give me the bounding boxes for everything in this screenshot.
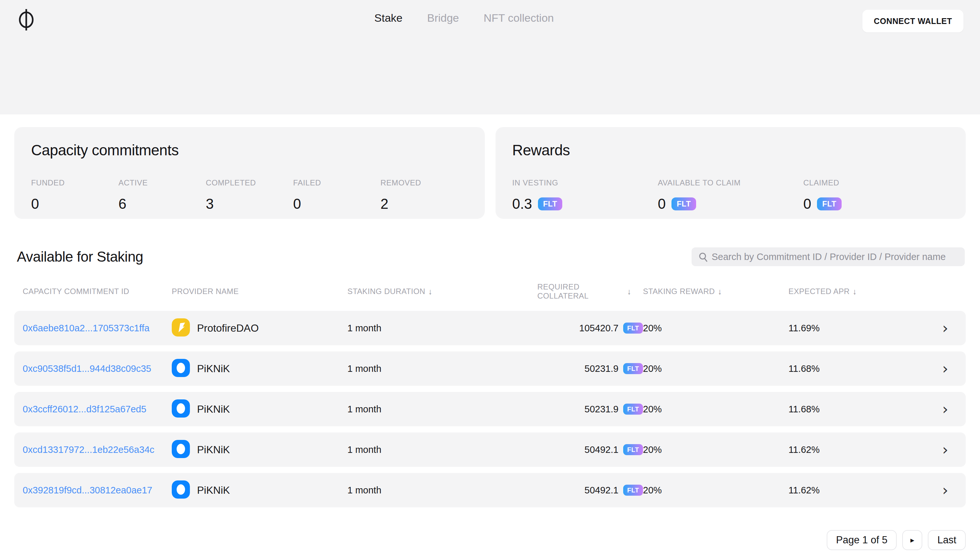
col-header-required-collateral[interactable]: REQUIRED COLLATERAL ↓ [537,282,643,300]
sort-desc-icon[interactable]: ↓ [853,287,857,296]
required-collateral-cell: 50231.9 FLT [537,363,643,374]
row-chevron-right-icon[interactable]: › [942,442,966,457]
stat-value: 0 [31,196,118,212]
nav-tab-bridge[interactable]: Bridge [427,12,459,24]
stat-number: 0 [803,196,811,212]
last-page-button[interactable]: Last [928,530,966,550]
collateral-value: 50492.1 [584,444,619,455]
provider-name: PiKNiK [197,484,230,496]
stat-value: 0 [293,196,381,212]
stat-value: 3 [206,196,293,212]
stat-value: 2 [381,196,468,212]
required-collateral-cell: 50231.9 FLT [537,404,643,415]
sort-desc-icon[interactable]: ↓ [718,287,722,296]
staking-reward-value: 20% [643,323,788,334]
commitment-id-link[interactable]: 0xc90538f5d1...944d38c09c35 [23,363,172,374]
rewards-card: Rewards IN VESTING 0.3 FLT AVAILABLE TO … [495,127,966,219]
commitment-id-link[interactable]: 0x392819f9cd...30812ea0ae17 [23,485,172,496]
provider-avatar [172,440,190,459]
search-icon [698,252,708,263]
row-chevron-right-icon[interactable]: › [942,402,966,417]
fluence-logo-icon[interactable] [18,8,34,32]
available-for-staking-title: Available for Staking [17,249,143,265]
provider-cell: PiKNiK [172,440,347,459]
table-row[interactable]: 0x3ccff26012...d3f125a67ed5 PiKNiK 1 mon… [14,392,966,426]
commitment-id-link[interactable]: 0xcd13317972...1eb22e56a34c [23,444,172,455]
stat-in-vesting: IN VESTING 0.3 FLT [512,178,658,212]
provider-avatar [172,480,190,500]
collateral-value: 50231.9 [584,404,619,415]
stat-value: 6 [118,196,206,212]
table-row[interactable]: 0xc90538f5d1...944d38c09c35 PiKNiK 1 mon… [14,351,966,386]
provider-avatar [172,399,190,419]
provider-avatar [172,359,190,378]
required-collateral-cell: 50492.1 FLT [537,444,643,455]
expected-apr-value: 11.68% [788,404,934,415]
staking-duration-value: 1 month [347,444,537,455]
stat-claimed: CLAIMED 0 FLT [803,178,949,212]
provider-cell: PiKNiK [172,399,347,419]
col-header-staking-duration[interactable]: STAKING DURATION ↓ [347,287,537,296]
flt-token-badge: FLT [623,322,643,334]
flt-token-badge: FLT [671,197,696,210]
col-header-label: EXPECTED APR [788,287,850,296]
row-chevron-right-icon[interactable]: › [942,321,966,335]
staking-reward-value: 20% [643,404,788,415]
stat-available-to-claim: AVAILABLE TO CLAIM 0 FLT [658,178,803,212]
table-header-row: CAPACITY COMMITMENT ID PROVIDER NAME STA… [14,282,966,300]
commitment-id-link[interactable]: 0x3ccff26012...d3f125a67ed5 [23,404,172,415]
flt-token-badge: FLT [623,363,643,374]
flt-token-badge: FLT [623,404,643,415]
stat-label: ACTIVE [118,178,206,188]
stat-number: 0.3 [512,196,532,212]
flt-token-badge: FLT [538,197,563,210]
row-chevron-right-icon[interactable]: › [942,483,966,497]
expected-apr-value: 11.62% [788,444,934,455]
flt-token-badge: FLT [817,197,842,210]
table-body: 0x6aebe810a2...1705373c1ffa ProtofireDAO… [14,311,966,507]
search-input[interactable] [692,247,965,266]
stat-value: 0 FLT [803,196,949,212]
row-chevron-right-icon[interactable]: › [942,361,966,376]
next-page-icon: ▸ [910,536,914,545]
staking-table: CAPACITY COMMITMENT ID PROVIDER NAME STA… [14,282,966,507]
expected-apr-value: 11.62% [788,485,934,496]
col-header-expected-apr[interactable]: EXPECTED APR ↓ [788,287,934,296]
staking-duration-value: 1 month [347,404,537,415]
staking-reward-value: 20% [643,444,788,455]
stat-label: CLAIMED [803,178,949,188]
collateral-value: 50231.9 [584,363,619,374]
nav-tab-nft-collection[interactable]: NFT collection [484,12,554,24]
sort-desc-icon[interactable]: ↓ [428,287,432,296]
nav-tab-stake[interactable]: Stake [374,12,402,24]
expected-apr-value: 11.69% [788,323,934,334]
page-indicator-button[interactable]: Page 1 of 5 [827,530,897,550]
provider-name: ProtofireDAO [197,322,259,334]
capacity-commitments-card: Capacity commitments FUNDED 0 ACTIVE 6 C… [14,127,485,219]
search-box [692,247,965,266]
provider-cell: PiKNiK [172,480,347,500]
table-row[interactable]: 0x6aebe810a2...1705373c1ffa ProtofireDAO… [14,311,966,345]
next-page-button[interactable]: ▸ [902,530,922,550]
pagination: Page 1 of 5 ▸ Last [14,530,966,550]
staking-reward-value: 20% [643,363,788,374]
col-header-label: REQUIRED COLLATERAL [537,282,624,300]
col-header-label: CAPACITY COMMITMENT ID [23,287,129,296]
commitment-id-link[interactable]: 0x6aebe810a2...1705373c1ffa [23,323,172,334]
table-row[interactable]: 0xcd13317972...1eb22e56a34c PiKNiK 1 mon… [14,433,966,467]
collateral-value: 50492.1 [584,485,619,496]
flt-token-badge: FLT [623,484,643,496]
staking-duration-value: 1 month [347,485,537,496]
provider-name: PiKNiK [197,403,230,415]
collateral-value: 105420.7 [579,323,618,334]
sort-desc-icon[interactable]: ↓ [627,287,631,296]
staking-reward-value: 20% [643,485,788,496]
stat-label: FAILED [293,178,381,188]
col-header-label: PROVIDER NAME [172,287,239,296]
stat-failed: FAILED 0 [293,178,381,212]
table-row[interactable]: 0x392819f9cd...30812ea0ae17 PiKNiK 1 mon… [14,473,966,507]
stat-label: COMPLETED [206,178,293,188]
col-header-provider-name: PROVIDER NAME [172,287,347,296]
col-header-staking-reward[interactable]: STAKING REWARD ↓ [643,287,788,296]
connect-wallet-button[interactable]: CONNECT WALLET [862,10,964,32]
